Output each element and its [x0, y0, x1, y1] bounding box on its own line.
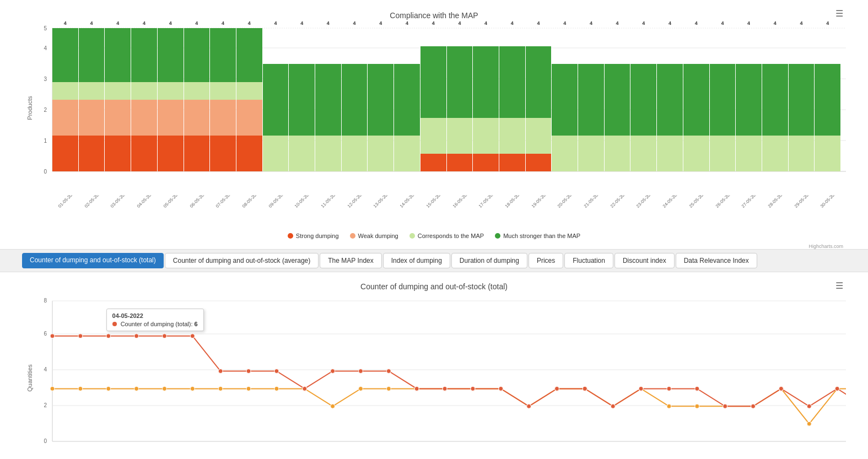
bar-segment	[683, 64, 709, 136]
bar-group: 4	[552, 28, 578, 171]
bar-segment	[210, 100, 236, 136]
bar-segment	[447, 118, 473, 154]
bar-group: 4	[342, 28, 368, 171]
highcharts-credit: Highcharts.com	[22, 244, 846, 249]
x-axis-label: 23-05-2022	[634, 195, 656, 210]
svg-point-49	[695, 404, 699, 408]
bar-segment	[447, 154, 473, 172]
bar-segment	[105, 100, 131, 136]
x-axis-label: 26-05-2022	[713, 195, 735, 210]
bar-segment	[52, 136, 78, 171]
bar-segment	[52, 82, 78, 100]
bar-segment	[815, 64, 840, 136]
svg-point-83	[807, 404, 811, 408]
x-axis-label: 08-05-2022	[240, 195, 262, 210]
bar-group: 4	[499, 28, 525, 171]
tab[interactable]: Prices	[529, 253, 563, 268]
svg-point-29	[134, 386, 139, 391]
bar-segment	[578, 64, 604, 136]
svg-point-61	[190, 334, 195, 338]
bar-segment	[526, 46, 552, 118]
bar-group: 4	[683, 28, 709, 171]
bar-segment	[342, 64, 368, 136]
bar-segment	[236, 82, 262, 100]
svg-point-59	[134, 334, 139, 338]
svg-point-62	[218, 369, 223, 374]
svg-point-60	[162, 334, 166, 338]
x-axis-label: 07-05-2022	[214, 195, 235, 210]
top-chart-menu-icon[interactable]: ☰	[835, 8, 843, 19]
bar-group: 4	[657, 28, 683, 171]
bar-segment	[131, 82, 157, 100]
bar-segment	[105, 82, 131, 100]
bar-group: 4	[315, 28, 341, 171]
bar-segment	[315, 64, 341, 136]
bar-group: 4	[105, 28, 131, 171]
tabs-container: Counter of dumping and out-of-stock (tot…	[0, 249, 868, 272]
tab[interactable]: Fluctuation	[564, 253, 613, 268]
tab[interactable]: Discount index	[614, 253, 675, 268]
svg-point-38	[386, 386, 391, 391]
bar-segment	[289, 64, 315, 136]
tab[interactable]: The MAP Index	[320, 253, 382, 268]
x-axis-label: 21-05-2022	[582, 195, 603, 210]
bar-group: 4	[210, 28, 236, 171]
bar-segment	[158, 82, 184, 100]
bar-group: 4	[578, 28, 604, 171]
x-axis-label: 27-05-2022	[740, 195, 761, 210]
tab[interactable]: Data Relevance Index	[676, 253, 757, 268]
svg-text:1: 1	[44, 138, 47, 144]
bar-group: 4	[184, 28, 210, 171]
bar-segment	[158, 136, 184, 171]
bar-segment	[79, 100, 105, 136]
bar-segment	[52, 100, 78, 136]
bar-segment	[210, 82, 236, 100]
bar-group: 4	[289, 28, 315, 171]
tab[interactable]: Counter of dumping and out-of-stock (ave…	[165, 253, 319, 268]
top-chart-legend: Strong dumpingWeak dumpingCorresponds to…	[22, 228, 846, 244]
top-chart-section: Compliance with the MAP ☰ Products 0 1 2	[0, 0, 868, 249]
bar-group: 4	[762, 28, 788, 171]
svg-point-78	[667, 386, 671, 391]
x-axis-label: 14-05-2022	[398, 195, 419, 210]
svg-text:0: 0	[44, 169, 47, 175]
bottom-chart-title: Counter of dumping and out-of-stock (tot…	[22, 278, 846, 295]
tab[interactable]: Counter of dumping and out-of-stock (tot…	[22, 253, 164, 268]
svg-text:3: 3	[44, 76, 47, 82]
svg-point-77	[639, 386, 643, 391]
svg-point-67	[358, 369, 363, 374]
svg-point-28	[106, 386, 111, 391]
bar-segment	[420, 46, 446, 118]
tab[interactable]: Duration of dumping	[451, 253, 527, 268]
bar-segment	[158, 28, 184, 82]
svg-point-30	[162, 386, 166, 391]
bottom-chart-menu-icon[interactable]: ☰	[835, 280, 843, 291]
svg-point-36	[331, 404, 335, 408]
x-axis-label: 12-05-2022	[346, 195, 367, 210]
bar-segment	[789, 136, 815, 171]
bar-segment	[447, 46, 473, 118]
bar-segment	[499, 118, 525, 154]
bottom-chart-section: Counter of dumping and out-of-stock (tot…	[0, 272, 868, 459]
bar-segment	[420, 118, 446, 154]
bar-segment	[368, 64, 393, 136]
bar-segment	[79, 136, 105, 171]
svg-point-80	[723, 404, 727, 408]
bar-group: 4	[789, 28, 815, 171]
svg-text:4: 4	[44, 45, 47, 51]
bar-group: 4	[158, 28, 184, 171]
legend-item: Corresponds to the MAP	[409, 233, 484, 239]
svg-point-31	[190, 386, 195, 391]
bar-segment	[473, 46, 499, 118]
tab[interactable]: Index of dumping	[383, 253, 450, 268]
svg-point-84	[835, 386, 839, 391]
bar-segment	[683, 136, 709, 171]
x-axis-label: 04-05-2022	[135, 195, 157, 210]
bar-segment	[105, 28, 131, 82]
x-axis-label: 10-05-2022	[293, 195, 314, 210]
svg-point-64	[274, 369, 279, 374]
x-axis-label: 29-05-2022	[792, 195, 814, 210]
bar-segment	[736, 64, 762, 136]
svg-point-32	[218, 386, 223, 391]
bar-segment	[736, 136, 762, 171]
